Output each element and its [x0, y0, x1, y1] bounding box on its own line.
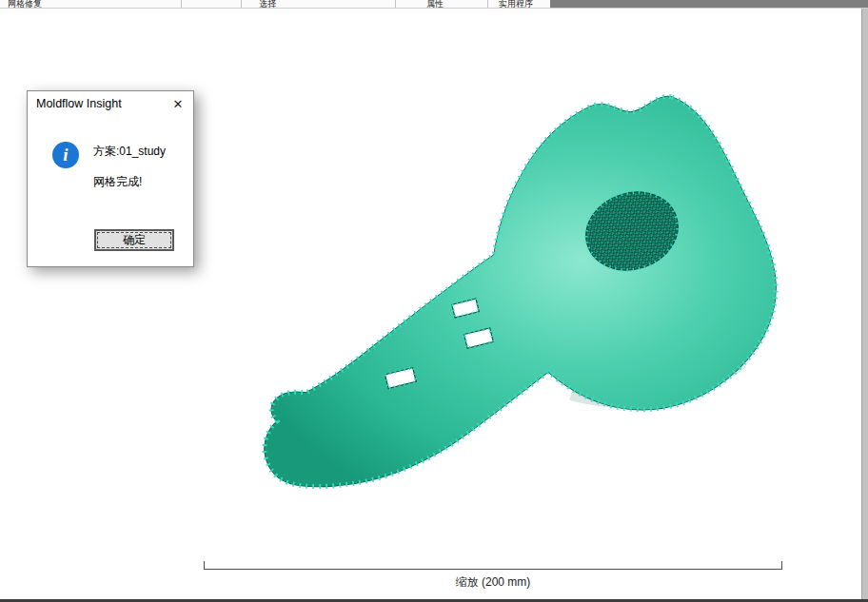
dialog-message: 方案:01_study 网格完成! [93, 142, 166, 190]
ribbon-group-utilities[interactable]: 实用程序 [499, 0, 533, 9]
mesh-model[interactable] [265, 96, 776, 486]
ribbon-separator [241, 0, 242, 9]
boundary-nodes [265, 96, 776, 486]
ribbon-separator [181, 0, 182, 9]
ribbon-group-mesh-repair[interactable]: 网格修复 [8, 0, 42, 9]
info-icon: i [52, 142, 79, 168]
scale-bar-line [204, 561, 782, 570]
dialog-moldflow-insight: Moldflow Insight ✕ i 方案:01_study 网格完成! 确… [27, 90, 194, 267]
window-right-edge [861, 9, 868, 599]
ribbon-dark-area [550, 0, 868, 9]
scale-line [204, 569, 782, 570]
dialog-title: Moldflow Insight [36, 97, 122, 110]
dialog-message-line2: 网格完成! [93, 174, 166, 190]
application-window: 网格修复 选择 属性 实用程序 [0, 0, 868, 602]
ribbon-separator [487, 0, 488, 9]
scale-bar: 缩放 (200 mm) [204, 561, 782, 591]
info-icon-glyph: i [63, 145, 68, 165]
dialog-message-line1: 方案:01_study [93, 144, 166, 160]
ok-button[interactable]: 确定 [94, 229, 174, 251]
dialog-body: i 方案:01_study 网格完成! [28, 117, 193, 190]
ribbon-group-properties[interactable]: 属性 [426, 0, 444, 9]
dialog-footer: 确定 [94, 229, 174, 251]
ribbon-strip: 网格修复 选择 属性 实用程序 [0, 0, 868, 9]
close-icon[interactable]: ✕ [163, 91, 193, 117]
scale-label: 缩放 (200 mm) [204, 574, 782, 591]
scale-tick-right [781, 561, 782, 570]
dialog-titlebar[interactable]: Moldflow Insight ✕ [28, 91, 193, 117]
ribbon-separator [395, 0, 396, 9]
ribbon-group-selection[interactable]: 选择 [259, 0, 276, 9]
